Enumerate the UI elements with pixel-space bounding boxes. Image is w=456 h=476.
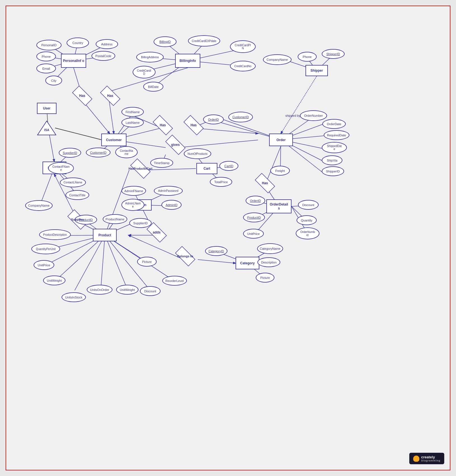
svg-text:ISA: ISA bbox=[44, 128, 49, 132]
attr-reorderlevel: ReorderLevel bbox=[162, 276, 187, 286]
attr-unitprice1: UnitPrice bbox=[34, 260, 54, 270]
attr-supplierid1: SupplierID bbox=[59, 148, 81, 158]
attr-ordernumber2: OrderNumber bbox=[296, 227, 319, 239]
rel-isa: ISA bbox=[37, 120, 57, 136]
attr-unitprice2: UnitPrice bbox=[243, 229, 264, 239]
attr-creditcardpin: CreditCardPIN bbox=[230, 40, 256, 53]
attr-discount2: Discount bbox=[298, 200, 319, 210]
attr-companyname2: CompanyName bbox=[25, 200, 53, 211]
attr-city: City bbox=[45, 76, 62, 85]
attr-phone1: Phone bbox=[36, 52, 56, 61]
attr-freight: Freight bbox=[270, 166, 290, 176]
attr-productname: ProductName bbox=[103, 214, 127, 224]
attr-address: Address bbox=[96, 39, 118, 49]
attr-requireddate: RequiredDate bbox=[324, 130, 349, 140]
attr-country: Country bbox=[67, 38, 89, 48]
attr-creditcardno: CreditCardNo bbox=[230, 61, 256, 71]
svg-marker-91 bbox=[37, 121, 56, 135]
attr-creditcardid: CreditCardID bbox=[133, 66, 156, 78]
svg-line-67 bbox=[105, 235, 128, 290]
svg-line-64 bbox=[55, 235, 105, 281]
attr-numofproducts: NumOfProducts bbox=[184, 148, 211, 159]
rel-has1: Has bbox=[68, 89, 96, 103]
entity-user[interactable]: User bbox=[37, 103, 57, 114]
attr-customerid2: CustomerID bbox=[86, 148, 111, 157]
attr-shipperid1: ShipperID bbox=[322, 49, 345, 59]
svg-line-65 bbox=[75, 235, 105, 290]
attr-picture1: Picture bbox=[137, 257, 157, 267]
attr-billingid: BillingID bbox=[154, 36, 177, 47]
svg-line-35 bbox=[178, 140, 258, 148]
connections-layer bbox=[6, 6, 450, 470]
attr-unitweight1: UnitWeight bbox=[43, 276, 65, 285]
rel-has5: Has bbox=[251, 176, 279, 190]
attr-companyname1: CompanyName bbox=[263, 54, 292, 65]
attr-contacttitle: ContactTitle bbox=[65, 190, 89, 200]
attr-shippeddate: ShippedDate bbox=[322, 142, 347, 153]
attr-description2: Description bbox=[257, 257, 280, 267]
attr-adminlname: AdminLName bbox=[121, 199, 144, 211]
attr-picture2: Picture bbox=[256, 273, 274, 283]
attr-orderid1: OrderID bbox=[203, 115, 224, 124]
entity-category[interactable]: Category bbox=[236, 257, 259, 269]
rel-adds: adds bbox=[143, 225, 171, 239]
attr-orderid2: OrderID bbox=[246, 196, 265, 206]
attr-contactname: ContactName bbox=[115, 146, 138, 158]
svg-line-85 bbox=[198, 260, 236, 263]
rel-has3: Has bbox=[149, 118, 177, 132]
attr-unitsonorder: UnitsOnOrder bbox=[87, 285, 112, 295]
attr-cartid: CartID bbox=[219, 161, 238, 171]
attr-lastname: LastName bbox=[121, 118, 144, 127]
attr-quantityperunit: QuantityPerUnit bbox=[31, 244, 60, 254]
attr-categoryname: CategoryName bbox=[257, 243, 283, 254]
attr-adminid: AdminID bbox=[161, 200, 182, 210]
creately-logo: creately Diagramming bbox=[409, 453, 444, 464]
attr-firstname: FirstName bbox=[121, 107, 144, 117]
attr-totalprice: TotalPrice bbox=[210, 177, 232, 187]
rel-gives: gives bbox=[161, 138, 189, 152]
rel-has2: Has bbox=[96, 89, 124, 103]
attr-personalid: PersonalID bbox=[36, 40, 62, 50]
entity-billinginfo[interactable]: BillingInfo bbox=[175, 54, 200, 68]
rel-belongsto: Belongs to bbox=[170, 249, 201, 263]
attr-shipvia: ShipVia bbox=[322, 155, 342, 165]
attr-adminfname: AdminFName bbox=[121, 186, 146, 196]
svg-line-90 bbox=[281, 76, 317, 134]
attr-customerid1: CustomerID bbox=[228, 112, 253, 122]
attr-categoryid1: CategoryID bbox=[205, 246, 227, 256]
attr-unitweight2: UnitWeight bbox=[116, 285, 138, 295]
er-diagram-container: PersonalInf o BillingInfo Shipper User C… bbox=[6, 6, 450, 470]
entity-product[interactable]: Product bbox=[93, 229, 117, 241]
attr-email: Email bbox=[36, 64, 56, 73]
attr-phone2: Phone bbox=[298, 52, 317, 62]
attr-quantity2: Quantity bbox=[297, 215, 317, 225]
attr-timestamp: TimeStamp bbox=[150, 158, 173, 168]
attr-supplierid2: SupplierID bbox=[129, 218, 152, 228]
attr-productid2: ProductID bbox=[243, 213, 265, 222]
svg-line-66 bbox=[101, 235, 105, 290]
attr-unitsinstock: UnitsInStock bbox=[62, 292, 86, 302]
attr-contactlname: ContactLName bbox=[60, 178, 86, 187]
entity-cart[interactable]: Cart bbox=[196, 163, 217, 174]
entity-orderdetails[interactable]: OrderDetails bbox=[266, 199, 292, 213]
entity-customer[interactable]: Customer bbox=[101, 134, 126, 146]
entity-shipper[interactable]: Shipper bbox=[305, 65, 328, 76]
attr-billdate: BillDate bbox=[143, 82, 163, 92]
entity-personalinfo[interactable]: PersonalInf o bbox=[61, 54, 86, 68]
attr-discount3: Discount bbox=[140, 286, 161, 296]
attr-shipperid2: ShipperID bbox=[322, 166, 344, 176]
attr-billingaddress: BillingAddress bbox=[136, 52, 164, 62]
label-shippedby: shipped by bbox=[285, 114, 300, 117]
attr-orderdate: OrderDate bbox=[322, 119, 346, 129]
svg-line-55 bbox=[55, 128, 101, 140]
attr-adminpassword: AdminPassword bbox=[154, 186, 183, 196]
entity-order[interactable]: Order bbox=[269, 134, 293, 146]
attr-postalcode: PostalCode bbox=[91, 51, 115, 61]
attr-ordernumber1: OrderNumber bbox=[300, 110, 327, 121]
attr-creditcardexpdate: CreditCardEXPdate bbox=[188, 35, 220, 46]
attr-productdescription: ProductDescription bbox=[39, 229, 71, 240]
attr-contactfname: ContactFName bbox=[48, 162, 74, 174]
